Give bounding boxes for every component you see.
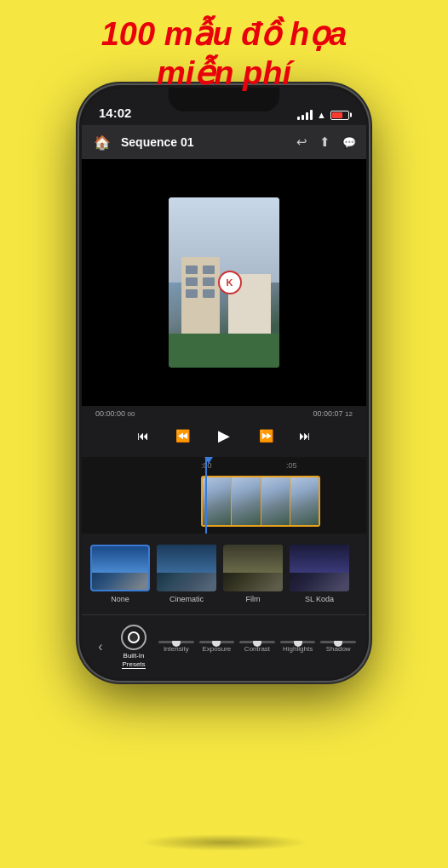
video-preview: K <box>82 159 366 406</box>
step-forward-button[interactable]: ⏩ <box>254 424 278 448</box>
bottom-controls: ‹ Built-In Presets <box>82 614 366 678</box>
headline-line1: 100 mẫu đồ họa <box>0 15 448 54</box>
ruler-mark-five: :05 <box>286 461 297 470</box>
lut-thumb-none[interactable] <box>90 545 150 591</box>
slider-controls: Intensity Exposure <box>155 641 359 653</box>
lut-thumb-film[interactable] <box>223 545 283 591</box>
lut-slkoda[interactable]: SL Koda <box>290 545 349 603</box>
lut-slkoda-label: SL Koda <box>305 595 334 603</box>
lut-cinematic[interactable]: Cinematic <box>157 545 216 603</box>
skip-back-button[interactable]: ⏮ <box>131 424 155 448</box>
page-wrapper: 100 mẫu đồ họa miễn phí 14:02 <box>0 0 448 868</box>
timeline-area: :00 :05 <box>82 457 366 534</box>
lut-cinematic-sky <box>157 545 216 573</box>
timecode-duration-value: 00:00:07 <box>313 409 343 418</box>
lut-none-sky <box>92 546 148 573</box>
window-1 <box>186 266 198 274</box>
phone-inner: 14:02 ▲ <box>82 88 366 678</box>
k-badge: K <box>218 271 242 294</box>
lut-none-road <box>92 573 148 590</box>
slider-highlights-track[interactable] <box>280 641 316 643</box>
timecode-current-value: 00:00:00 <box>95 409 125 418</box>
k-badge-label: K <box>227 277 233 288</box>
wifi-icon: ▲ <box>317 110 326 120</box>
clip-frame-2 <box>232 477 261 525</box>
slider-shadows[interactable]: Shadow <box>320 641 356 653</box>
play-button[interactable]: ▶ <box>210 421 238 450</box>
window-4 <box>203 277 215 286</box>
sequence-title: Sequence 01 <box>121 135 288 149</box>
lut-thumb-cinematic[interactable] <box>157 545 216 591</box>
signal-bars-icon <box>297 110 313 120</box>
slider-exposure[interactable]: Exposure <box>199 641 235 653</box>
lut-thumb-slkoda[interactable] <box>290 545 349 591</box>
lut-none-label: None <box>111 595 129 603</box>
slider-exposure-track[interactable] <box>199 641 235 643</box>
timecode-dur-frames: 12 <box>345 410 353 418</box>
toolbar-actions: ↩ ⬆ 💬 <box>296 134 356 150</box>
signal-bar-3 <box>306 112 308 120</box>
skip-forward-button[interactable]: ⏭ <box>293 424 317 448</box>
comment-icon[interactable]: 💬 <box>342 136 356 149</box>
battery-icon <box>330 111 349 120</box>
screen: 14:02 ▲ <box>82 88 366 678</box>
lut-slkoda-sky <box>290 545 349 573</box>
slider-intensity[interactable]: Intensity <box>158 641 194 653</box>
battery-fill <box>332 112 342 118</box>
phone-reflection <box>139 834 309 851</box>
lut-film-label: Film <box>246 595 261 603</box>
trees <box>169 334 279 368</box>
playhead-triangle <box>204 457 213 464</box>
clip-frame-3 <box>261 477 290 525</box>
toolbar: 🏠 Sequence 01 ↩ ⬆ 💬 <box>82 125 366 159</box>
headline: 100 mẫu đồ họa miễn phí <box>0 15 448 93</box>
clip-frames <box>203 477 319 525</box>
clip-frame-1 <box>203 477 232 525</box>
lut-slkoda-road <box>290 573 349 591</box>
undo-icon[interactable]: ↩ <box>296 134 307 150</box>
playback-area: 00:00:00 00 00:00:07 12 ⏮ ⏪ ▶ ⏩ ⏭ <box>82 406 366 457</box>
slider-contrast[interactable]: Contrast <box>239 641 275 653</box>
lut-cinematic-label: Cinematic <box>169 595 204 603</box>
building-windows <box>186 266 215 298</box>
preset-label: Built-In Presets <box>122 652 145 669</box>
back-button[interactable]: ‹ <box>89 639 112 654</box>
headline-line2: miễn phí <box>0 54 448 94</box>
video-thumbnail: K <box>169 197 279 368</box>
share-icon[interactable]: ⬆ <box>319 134 330 150</box>
slider-shadows-track[interactable] <box>320 641 356 643</box>
timecode-current: 00:00:00 00 <box>95 409 135 418</box>
lut-film-sky <box>223 545 283 573</box>
preset-icon-inner <box>128 631 140 643</box>
timecode-row: 00:00:00 00 00:00:07 12 <box>82 409 366 420</box>
window-3 <box>186 277 198 286</box>
slider-highlights[interactable]: Highlights <box>280 641 316 653</box>
signal-bar-2 <box>302 115 304 120</box>
window-5 <box>186 289 198 298</box>
lut-none[interactable]: None <box>90 545 150 603</box>
playback-controls: ⏮ ⏪ ▶ ⏩ ⏭ <box>82 420 366 452</box>
step-back-button[interactable]: ⏪ <box>170 424 194 448</box>
playhead-line <box>205 457 207 534</box>
lut-strip: None Cinematic <box>82 534 366 614</box>
home-icon[interactable]: 🏠 <box>92 132 112 152</box>
timeline-ruler: :00 :05 <box>82 457 366 474</box>
lut-cinematic-road <box>157 573 216 591</box>
phone-shell: 14:02 ▲ <box>79 85 369 681</box>
signal-bar-4 <box>310 110 313 120</box>
timecode-duration: 00:00:07 12 <box>313 409 353 418</box>
status-icons: ▲ <box>297 110 349 120</box>
preset-icon <box>121 625 146 650</box>
lut-film-road <box>223 573 283 591</box>
slider-contrast-track[interactable] <box>239 641 275 643</box>
window-2 <box>203 266 215 274</box>
signal-bar-1 <box>297 117 300 120</box>
clip-track[interactable] <box>201 476 320 527</box>
preset-button[interactable]: Built-In Presets <box>112 625 155 669</box>
timecode-frames: 00 <box>128 410 135 418</box>
slider-row: Intensity Exposure <box>158 641 356 653</box>
clip-frame-4 <box>290 477 319 525</box>
slider-intensity-track[interactable] <box>158 641 194 643</box>
window-6 <box>203 289 215 298</box>
lut-film[interactable]: Film <box>223 545 283 603</box>
